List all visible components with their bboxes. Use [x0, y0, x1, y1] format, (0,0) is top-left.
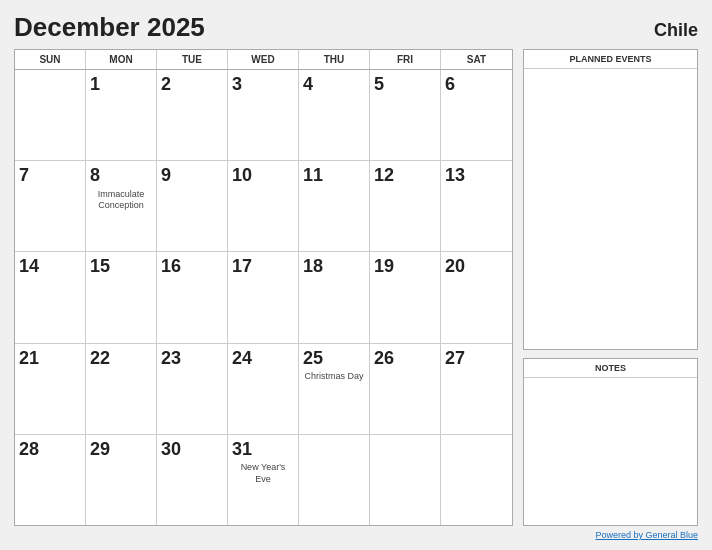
- calendar-cell: 14: [15, 252, 86, 342]
- calendar-cell: 13: [441, 161, 512, 251]
- calendar-cell: 12: [370, 161, 441, 251]
- day-number: 10: [232, 165, 252, 187]
- country-label: Chile: [654, 20, 698, 41]
- powered-by-link[interactable]: Powered by General Blue: [14, 530, 698, 540]
- calendar-cell: 23: [157, 344, 228, 434]
- calendar-cell: 16: [157, 252, 228, 342]
- day-number: 29: [90, 439, 110, 461]
- day-number: 2: [161, 74, 171, 96]
- day-of-week-sun: SUN: [15, 50, 86, 69]
- calendar-header: SUNMONTUEWEDTHUFRISAT: [15, 50, 512, 70]
- day-of-week-wed: WED: [228, 50, 299, 69]
- calendar-cell: 6: [441, 70, 512, 160]
- day-number: 21: [19, 348, 39, 370]
- calendar-cell: 20: [441, 252, 512, 342]
- day-number: 3: [232, 74, 242, 96]
- notes-title: NOTES: [524, 359, 697, 378]
- calendar-body: 12345678Immaculate Conception91011121314…: [15, 70, 512, 525]
- calendar-cell: 2: [157, 70, 228, 160]
- calendar-cell: 22: [86, 344, 157, 434]
- event-label: Immaculate Conception: [90, 189, 152, 212]
- calendar-cell: 30: [157, 435, 228, 525]
- page: December 2025 Chile SUNMONTUEWEDTHUFRISA…: [0, 0, 712, 550]
- day-number: 22: [90, 348, 110, 370]
- calendar-cell: 17: [228, 252, 299, 342]
- calendar-cell: 5: [370, 70, 441, 160]
- calendar-cell: 31New Year's Eve: [228, 435, 299, 525]
- day-number: 13: [445, 165, 465, 187]
- month-year-title: December 2025: [14, 12, 205, 43]
- day-number: 19: [374, 256, 394, 278]
- calendar-cell: 28: [15, 435, 86, 525]
- day-number: 8: [90, 165, 100, 187]
- day-number: 30: [161, 439, 181, 461]
- day-number: 20: [445, 256, 465, 278]
- day-number: 11: [303, 165, 323, 187]
- event-label: Christmas Day: [303, 371, 365, 383]
- calendar-cell: 15: [86, 252, 157, 342]
- day-number: 4: [303, 74, 313, 96]
- event-label: New Year's Eve: [232, 462, 294, 485]
- calendar-cell: 18: [299, 252, 370, 342]
- day-of-week-sat: SAT: [441, 50, 512, 69]
- calendar-cell: 27: [441, 344, 512, 434]
- day-number: 14: [19, 256, 39, 278]
- calendar-cell: 7: [15, 161, 86, 251]
- planned-events-title: PLANNED EVENTS: [524, 50, 697, 69]
- calendar-cell: 29: [86, 435, 157, 525]
- day-number: 28: [19, 439, 39, 461]
- day-of-week-mon: MON: [86, 50, 157, 69]
- calendar-cell: 25Christmas Day: [299, 344, 370, 434]
- calendar-cell: 1: [86, 70, 157, 160]
- day-of-week-tue: TUE: [157, 50, 228, 69]
- planned-events-content: [524, 69, 697, 349]
- calendar-cell: [441, 435, 512, 525]
- calendar-cell: 8Immaculate Conception: [86, 161, 157, 251]
- calendar-cell: 26: [370, 344, 441, 434]
- day-number: 6: [445, 74, 455, 96]
- day-of-week-thu: THU: [299, 50, 370, 69]
- calendar-cell: 19: [370, 252, 441, 342]
- main-content: SUNMONTUEWEDTHUFRISAT 12345678Immaculate…: [14, 49, 698, 526]
- calendar-cell: 24: [228, 344, 299, 434]
- calendar-row: 28293031New Year's Eve: [15, 435, 512, 525]
- calendar-cell: 21: [15, 344, 86, 434]
- day-number: 26: [374, 348, 394, 370]
- calendar-cell: 3: [228, 70, 299, 160]
- calendar-row: 2122232425Christmas Day2627: [15, 344, 512, 435]
- calendar-cell: 9: [157, 161, 228, 251]
- calendar-row: 14151617181920: [15, 252, 512, 343]
- day-number: 15: [90, 256, 110, 278]
- notes-content: [524, 378, 697, 525]
- day-number: 5: [374, 74, 384, 96]
- day-number: 31: [232, 439, 252, 461]
- day-number: 18: [303, 256, 323, 278]
- notes-box: NOTES: [523, 358, 698, 526]
- calendar-cell: 11: [299, 161, 370, 251]
- day-number: 24: [232, 348, 252, 370]
- day-number: 25: [303, 348, 323, 370]
- day-number: 27: [445, 348, 465, 370]
- day-number: 7: [19, 165, 29, 187]
- calendar-cell: [370, 435, 441, 525]
- calendar-cell: 10: [228, 161, 299, 251]
- day-number: 9: [161, 165, 171, 187]
- calendar-cell: 4: [299, 70, 370, 160]
- planned-events-box: PLANNED EVENTS: [523, 49, 698, 350]
- day-number: 1: [90, 74, 100, 96]
- calendar: SUNMONTUEWEDTHUFRISAT 12345678Immaculate…: [14, 49, 513, 526]
- day-number: 16: [161, 256, 181, 278]
- day-number: 17: [232, 256, 252, 278]
- calendar-row: 78Immaculate Conception910111213: [15, 161, 512, 252]
- calendar-row: 123456: [15, 70, 512, 161]
- day-of-week-fri: FRI: [370, 50, 441, 69]
- calendar-cell: [299, 435, 370, 525]
- day-number: 23: [161, 348, 181, 370]
- sidebar: PLANNED EVENTS NOTES: [523, 49, 698, 526]
- calendar-cell: [15, 70, 86, 160]
- header: December 2025 Chile: [14, 12, 698, 43]
- day-number: 12: [374, 165, 394, 187]
